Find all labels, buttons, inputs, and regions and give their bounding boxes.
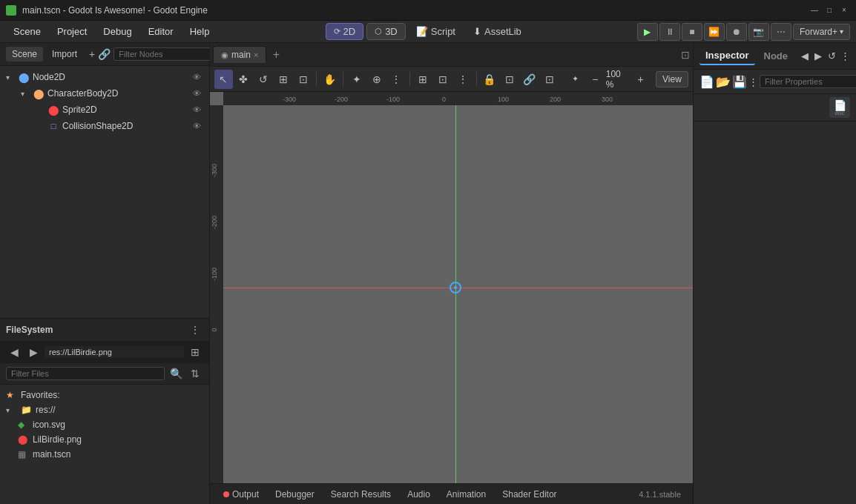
menu-help[interactable]: Help [182, 23, 217, 40]
stop-button[interactable]: ■ [682, 23, 702, 41]
history-button[interactable]: ↺ [826, 47, 837, 65]
pan-tool-button[interactable]: ✋ [320, 70, 339, 89]
menu-editor[interactable]: Editor [141, 23, 181, 40]
tab-animation[interactable]: Animation [439, 487, 493, 502]
tab-import[interactable]: Import [46, 47, 83, 62]
inspector-toolbar: 📄 📂 💾 ⋮ ⊞ [694, 70, 856, 94]
filter-files-input[interactable] [6, 367, 165, 380]
save-resource-button[interactable]: 💾 [732, 73, 747, 90]
scene-panel-header: Scene Import + 🔗 🔍 ⋮ [0, 43, 209, 66]
node-item[interactable]: ▾ ⬤ Node2D 👁 [0, 69, 209, 85]
filesystem-header: FileSystem ⋮ [0, 319, 209, 342]
search-files-button[interactable]: 🔍 [168, 365, 184, 382]
move-tool-button[interactable]: ✤ [234, 70, 253, 89]
mode-2d-button[interactable]: ⟳ 2D [326, 23, 364, 40]
rotate-tool-button[interactable]: ↺ [254, 70, 273, 89]
more-tools-button[interactable]: ⋮ [387, 70, 406, 89]
maximize-button[interactable]: □ [823, 4, 835, 16]
zoom-minus-button[interactable]: − [586, 70, 605, 89]
open-resource-button[interactable]: 📂 [716, 73, 731, 90]
rect-tool-button[interactable]: ⊡ [294, 70, 313, 89]
menu-scene[interactable]: Scene [6, 23, 48, 40]
link-node-button[interactable]: 🔗 [98, 46, 111, 62]
play-controls: ▶ ⏸ ■ ⏩ ⏺ 📷 ⋯ Forward+ ▾ [637, 23, 850, 41]
nav-forward-button[interactable]: ▶ [813, 47, 823, 65]
menu-debug[interactable]: Debug [96, 23, 139, 40]
select-tool-button[interactable]: ↖ [214, 70, 233, 89]
expand-tab-button[interactable]: ⊡ [681, 49, 690, 61]
pivot-tool-button[interactable]: ✦ [347, 70, 366, 89]
link-button[interactable]: 🔗 [520, 70, 539, 89]
tab-close-button[interactable]: × [254, 50, 258, 59]
list-item[interactable]: ▾ 📁 res:// [0, 402, 209, 417]
forward-plus-button[interactable]: Forward+ ▾ [793, 24, 850, 40]
script-button[interactable]: 📝 Script [409, 24, 463, 39]
maintscn-label: main.tscn [33, 449, 70, 460]
filter-properties-input[interactable] [760, 75, 856, 88]
view-menu-button[interactable]: View [656, 71, 688, 87]
node-item[interactable]: □ CollisionShape2D 👁 [0, 118, 209, 134]
lock-button[interactable]: 🔒 [481, 70, 499, 89]
nav-back-button[interactable]: ◀ [800, 47, 810, 65]
filesystem-more-button[interactable]: ⋮ [187, 322, 203, 338]
svg-icon: ◆ [18, 420, 30, 430]
tscn-icon: ▦ [18, 449, 30, 460]
close-button[interactable]: × [838, 4, 850, 16]
more-grid-button[interactable]: ⋮ [454, 70, 473, 89]
visibility-icon[interactable]: 👁 [190, 119, 203, 133]
node-item[interactable]: ⬤ Sprite2D 👁 [0, 102, 209, 118]
group-button[interactable]: ⊡ [500, 70, 518, 89]
sort-files-button[interactable]: ⇅ [187, 365, 203, 382]
list-item[interactable]: ★ Favorites: [0, 388, 209, 402]
assetlib-button[interactable]: ⬇ AssetLib [466, 24, 529, 39]
path-back-button[interactable]: ◀ [6, 344, 22, 360]
tab-debugger[interactable]: Debugger [268, 487, 322, 502]
step-button[interactable]: ⏩ [704, 23, 725, 41]
grid-button[interactable]: ⊞ [414, 70, 432, 89]
path-forward-button[interactable]: ▶ [25, 344, 42, 360]
tab-output[interactable]: Output [216, 487, 266, 502]
more-options-button[interactable]: ⋮ [840, 47, 850, 65]
list-item[interactable]: ⬤ LilBirdie.png [0, 432, 209, 447]
list-item[interactable]: ◆ icon.svg [0, 417, 209, 432]
ruler-vertical: -300 -200 -100 0 [210, 105, 223, 483]
visibility-icon[interactable]: 👁 [190, 70, 203, 84]
tab-audio[interactable]: Audio [400, 487, 438, 502]
add-node-button[interactable]: + [89, 46, 95, 62]
editor-tab-main[interactable]: ◉ main × [213, 46, 266, 63]
dots-button[interactable]: ⋯ [771, 23, 791, 41]
snap-button[interactable]: ⊡ [434, 70, 452, 89]
visibility-mode-button[interactable]: ⊡ [540, 70, 559, 89]
camera-button[interactable]: 📷 [748, 23, 769, 41]
pause-button[interactable]: ⏸ [659, 23, 680, 41]
viewport-canvas[interactable]: -300 -200 -100 0 100 200 300 -300 -200 -… [210, 92, 693, 483]
window-controls[interactable]: — □ × [809, 4, 850, 16]
new-resource-button[interactable]: 📄 [699, 73, 714, 90]
list-item[interactable]: ▦ main.tscn [0, 447, 209, 462]
mode-3d-button[interactable]: ⬡ 3D [366, 23, 406, 40]
add-tab-button[interactable]: + [268, 47, 284, 63]
favorites-label: Favorites: [21, 390, 60, 400]
zoom-plus-button[interactable]: + [631, 70, 650, 89]
tab-shader-editor[interactable]: Shader Editor [495, 487, 564, 502]
path-layout-button[interactable]: ⊞ [187, 344, 203, 360]
visibility-icon[interactable]: 👁 [190, 87, 203, 100]
record-button[interactable]: ⏺ [726, 23, 747, 41]
menu-project[interactable]: Project [50, 23, 94, 40]
visibility-icon[interactable]: 👁 [190, 103, 203, 116]
tab-search-results[interactable]: Search Results [323, 487, 398, 502]
shader-editor-label: Shader Editor [502, 489, 556, 500]
tab-inspector[interactable]: Inspector [699, 47, 755, 65]
anchor-tool-button[interactable]: ⊕ [367, 70, 386, 89]
minimize-button[interactable]: — [809, 4, 820, 16]
audio-label: Audio [407, 489, 430, 500]
folder-icon: 📁 [21, 405, 33, 415]
tab-node[interactable]: Node [758, 47, 794, 64]
node-item[interactable]: ▾ ⬤ CharacterBody2D 👁 [0, 85, 209, 102]
inspector-more-button[interactable]: ⋮ [748, 73, 758, 90]
zoom-fit-button[interactable]: ✦ [566, 70, 585, 89]
documentation-button[interactable]: 📄 doc [829, 97, 850, 118]
tab-scene[interactable]: Scene [6, 47, 43, 62]
play-button[interactable]: ▶ [637, 23, 658, 41]
scale-tool-button[interactable]: ⊞ [274, 70, 293, 89]
